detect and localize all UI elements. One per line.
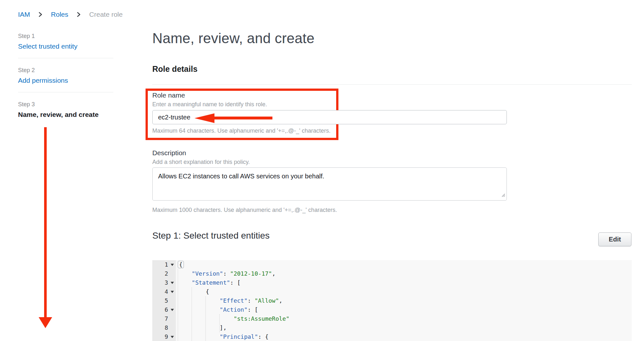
code-line: 2 "Version": "2012-10-17", xyxy=(152,269,632,278)
code-text: { xyxy=(176,260,184,269)
code-text: "Principal": { xyxy=(176,332,269,341)
line-number: 2 xyxy=(152,269,176,278)
indent-guide xyxy=(192,287,192,341)
role-name-constraint: Maximum 64 characters. Use alphanumeric … xyxy=(152,128,330,134)
code-text: "Action": [ xyxy=(176,305,258,314)
description-label: Description xyxy=(152,149,186,157)
line-number: 1 xyxy=(152,260,176,269)
line-number: 6 xyxy=(152,305,176,314)
step-title-link[interactable]: Add permissions xyxy=(18,77,68,84)
edit-button[interactable]: Edit xyxy=(598,232,631,246)
resize-grip-icon[interactable] xyxy=(501,191,506,199)
fold-arrow-icon[interactable] xyxy=(171,336,174,338)
step-title-link[interactable]: Select trusted entity xyxy=(18,43,77,50)
role-details-heading: Role details xyxy=(152,64,197,74)
page-title: Name, review, and create xyxy=(152,30,315,46)
line-number: 7 xyxy=(152,314,176,323)
role-name-help: Enter a meaningful name to identify this… xyxy=(152,101,267,108)
annotation-down-arrow-head xyxy=(39,317,52,328)
fold-arrow-icon[interactable] xyxy=(171,309,174,311)
code-text: "Version": "2012-10-17", xyxy=(176,269,275,278)
code-line: 6 "Action": [ xyxy=(152,305,632,314)
code-lines: 1{2 "Version": "2012-10-17",3 "Statement… xyxy=(152,260,632,341)
trust-policy-editor[interactable]: 1{2 "Version": "2012-10-17",3 "Statement… xyxy=(152,260,632,341)
description-help: Add a short explanation for this policy. xyxy=(152,159,250,166)
fold-arrow-icon[interactable] xyxy=(171,282,174,284)
step-title-current: Name, review, and create xyxy=(18,111,113,118)
breadcrumb-chevron-icon xyxy=(76,11,81,18)
breadcrumb-chevron-icon xyxy=(38,11,43,18)
role-name-label: Role name xyxy=(152,91,185,99)
annotation-down-arrow-shaft xyxy=(44,127,47,317)
code-line: 9 "Principal": { xyxy=(152,332,632,341)
breadcrumb-link-iam[interactable]: IAM xyxy=(18,11,30,18)
sidebar-step-2: Step 2Add permissions xyxy=(18,58,113,92)
line-number: 8 xyxy=(152,323,176,332)
breadcrumb-current: Create role xyxy=(89,11,123,18)
code-line: 3 "Statement": [ xyxy=(152,278,632,287)
code-line: 8 ], xyxy=(152,323,632,332)
code-line: 4 { xyxy=(152,287,632,296)
code-text: "sts:AssumeRole" xyxy=(176,314,289,323)
description-textarea[interactable]: Allows EC2 instances to call AWS service… xyxy=(152,167,507,201)
indent-guide xyxy=(178,269,178,341)
steps-sidebar: Step 1Select trusted entityStep 2Add per… xyxy=(18,33,113,126)
annotation-left-arrow-shaft xyxy=(214,117,272,119)
description-constraint: Maximum 1000 characters. Use alphanumeri… xyxy=(152,207,337,213)
fold-arrow-icon[interactable] xyxy=(171,291,174,293)
line-number: 9 xyxy=(152,332,176,341)
fold-arrow-icon[interactable] xyxy=(171,264,174,266)
step-number-label: Step 3 xyxy=(18,101,113,108)
line-number: 4 xyxy=(152,287,176,296)
code-line: 5 "Effect": "Allow", xyxy=(152,296,632,305)
breadcrumb-link-roles[interactable]: Roles xyxy=(51,11,68,18)
section-divider xyxy=(152,84,632,85)
sidebar-step-3: Step 3Name, review, and create xyxy=(18,92,113,126)
create-role-page: IAMRolesCreate role Step 1Select trusted… xyxy=(0,0,644,341)
breadcrumb: IAMRolesCreate role xyxy=(18,11,123,18)
code-text: "Statement": [ xyxy=(176,278,241,287)
line-number: 3 xyxy=(152,278,176,287)
code-line: 1{ xyxy=(152,260,632,269)
step-number-label: Step 2 xyxy=(18,67,113,74)
indent-guide xyxy=(219,314,220,332)
trusted-entities-heading: Step 1: Select trusted entities xyxy=(152,231,270,241)
description-value: Allows EC2 instances to call AWS service… xyxy=(158,173,324,180)
annotation-left-arrow-head xyxy=(194,113,214,123)
sidebar-step-1: Step 1Select trusted entity xyxy=(18,33,113,58)
step-number-label: Step 1 xyxy=(18,33,113,40)
indent-guide xyxy=(205,296,206,341)
code-text: { xyxy=(176,287,209,296)
line-number: 5 xyxy=(152,296,176,305)
code-line: 7 "sts:AssumeRole" xyxy=(152,314,632,323)
